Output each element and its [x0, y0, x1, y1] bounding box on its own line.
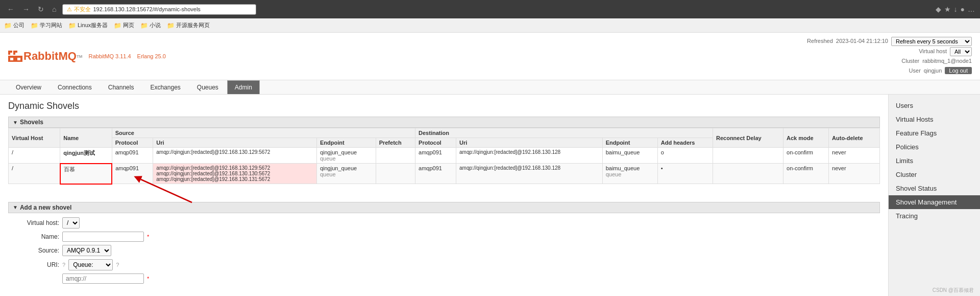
- logo-area: RabbitMQTM RabbitMQ 3.11.4 Erlang 25.0: [8, 50, 166, 63]
- folder-icon: 📁: [140, 22, 148, 29]
- refreshed-time: 2023-01-04 21:12:10: [836, 37, 888, 46]
- sidebar-item-shovel-management[interactable]: Shovel Management: [889, 195, 980, 209]
- row1-dst-uri: amqp://qingjun:[redacted]@192.168.130.12…: [456, 148, 603, 164]
- row2-reconnect-delay: [713, 164, 783, 184]
- th-src-uri: Uri: [153, 138, 317, 148]
- form-row-source: Source: AMQP 0.9.1 AMQP 1.0: [8, 245, 880, 256]
- sidebar-item-shovel-status[interactable]: Shovel Status: [889, 181, 980, 195]
- row1-vhost: /: [9, 148, 60, 164]
- queue-type-select[interactable]: Queue: Exchange:: [68, 259, 113, 270]
- app-header: RabbitMQTM RabbitMQ 3.11.4 Erlang 25.0 R…: [0, 33, 980, 80]
- row2-dst-add-headers: •: [657, 164, 713, 184]
- svg-rect-6: [17, 58, 20, 60]
- source-form-label: Source:: [8, 247, 59, 254]
- back-button[interactable]: ←: [5, 4, 16, 14]
- bookmark-novel[interactable]: 📁 小说: [140, 21, 161, 29]
- arrow-container: [8, 185, 880, 200]
- th-source: Source: [112, 128, 415, 138]
- main-content: Dynamic Shovels ▼ Shovels Virtual Host N…: [0, 95, 980, 296]
- form-row-uri: URI: ? Queue: Exchange: ?: [8, 259, 880, 270]
- rabbitmq-version: RabbitMQ 3.11.4: [88, 53, 131, 59]
- user-value: qingjun: [924, 66, 942, 76]
- sidebar: Users Virtual Hosts Feature Flags Polici…: [888, 95, 980, 296]
- name-form-input[interactable]: [62, 232, 144, 242]
- svg-rect-3: [10, 53, 12, 56]
- user-label: User: [909, 66, 921, 76]
- row2-dst-uri: amqp://qingjun:[redacted]@192.168.130.12…: [456, 164, 603, 184]
- th-name: Name: [60, 128, 112, 148]
- cluster-value: rabbitmq_1@node1: [922, 57, 972, 66]
- sidebar-item-cluster[interactable]: Cluster: [889, 168, 980, 181]
- bookmark-linux[interactable]: 📁 Linux服务器: [68, 21, 108, 29]
- row1-dst-protocol: amqp091: [415, 148, 456, 164]
- tab-exchanges[interactable]: Exchanges: [142, 80, 188, 94]
- required-star: *: [147, 234, 149, 240]
- row1-auto-delete: never: [829, 148, 880, 164]
- forward-button[interactable]: →: [20, 4, 32, 14]
- bookmark-company[interactable]: 📁 公司: [4, 21, 24, 29]
- warning-icon: ⚠: [67, 6, 72, 13]
- add-shovel-label: Add a new shovel: [20, 204, 71, 211]
- tab-channels[interactable]: Channels: [101, 80, 142, 94]
- th-src-prefetch: Prefetch: [376, 138, 415, 148]
- collapse-icon: ▼: [13, 120, 18, 125]
- row1-name: qingjun测试: [60, 148, 112, 164]
- logout-button[interactable]: Log out: [945, 67, 972, 74]
- url-bar[interactable]: ⚠ 不安全 192.168.130.128:15672/#/dynamic-sh…: [62, 4, 256, 15]
- bookmark-label: 学习网站: [40, 21, 62, 29]
- row2-ack-mode: on-confirm: [783, 164, 829, 184]
- sidebar-item-virtual-hosts[interactable]: Virtual Hosts: [889, 112, 980, 126]
- bookmark-label: 网页: [123, 21, 134, 29]
- home-button[interactable]: ⌂: [50, 4, 58, 14]
- collapse-icon: ▼: [13, 204, 18, 210]
- th-ack-mode: Ack mode: [783, 128, 829, 148]
- svg-rect-5: [10, 58, 13, 60]
- amqp-input[interactable]: [62, 274, 144, 284]
- sidebar-item-tracing[interactable]: Tracing: [889, 209, 980, 223]
- th-destination: Destination: [415, 128, 713, 138]
- shovels-section-header[interactable]: ▼ Shovels: [8, 117, 880, 128]
- row1-src-prefetch: [376, 148, 415, 164]
- svg-line-8: [141, 179, 192, 202]
- row1-src-uri: amqp://qingjun:[redacted]@192.168.130.12…: [153, 148, 317, 164]
- row2-name: 百慕: [60, 164, 112, 184]
- refresh-button[interactable]: ↻: [36, 4, 46, 14]
- th-src-protocol: Protocol: [112, 138, 153, 148]
- vhost-form-select[interactable]: /: [62, 217, 80, 229]
- queue-help-icon[interactable]: ?: [116, 262, 119, 268]
- menu-icon[interactable]: …: [968, 5, 975, 13]
- tab-overview[interactable]: Overview: [8, 80, 49, 94]
- tab-connections[interactable]: Connections: [50, 80, 100, 94]
- favorites-icon: ★: [944, 5, 951, 13]
- folder-icon: 📁: [4, 22, 12, 29]
- form-row-name: Name: *: [8, 232, 880, 242]
- bookmark-label: 开源服务网页: [176, 21, 210, 29]
- bookmark-opensource[interactable]: 📁 开源服务网页: [167, 21, 210, 29]
- row2-src-endpoint: qingjun_queuequeue: [316, 164, 376, 184]
- refresh-select[interactable]: Refresh every 5 seconds Refresh every 10…: [891, 37, 972, 46]
- row1-src-protocol: amqp091: [112, 148, 153, 164]
- bookmark-learning[interactable]: 📁 学习网站: [31, 21, 62, 29]
- bookmarks-bar: 📁 公司 📁 学习网站 📁 Linux服务器 📁 网页 📁 小说 📁 开源服务网…: [0, 18, 980, 33]
- sidebar-item-feature-flags[interactable]: Feature Flags: [889, 126, 980, 140]
- th-dst-endpoint: Endpoint: [602, 138, 657, 148]
- url-text: 192.168.130.128:15672/#/dynamic-shovels: [93, 6, 200, 12]
- vhost-select[interactable]: All /: [950, 47, 972, 56]
- tab-admin[interactable]: Admin: [227, 80, 260, 94]
- source-form-select[interactable]: AMQP 0.9.1 AMQP 1.0: [62, 245, 111, 256]
- th-dst-uri: Uri: [456, 138, 603, 148]
- folder-icon: 📁: [114, 22, 121, 29]
- uri-help-icon[interactable]: ?: [62, 262, 65, 268]
- browser-action-buttons: ◆ ★ ↓ ● …: [936, 5, 975, 13]
- bookmark-webpage[interactable]: 📁 网页: [114, 21, 134, 29]
- sidebar-item-limits[interactable]: Limits: [889, 154, 980, 168]
- row2-auto-delete: never: [829, 164, 880, 184]
- sidebar-item-policies[interactable]: Policies: [889, 140, 980, 154]
- add-shovel-form: Virtual host: / Name: * Source: AMQP 0.9…: [8, 213, 880, 284]
- tab-queues[interactable]: Queues: [189, 80, 226, 94]
- bookmark-label: 公司: [13, 21, 24, 29]
- th-virtual-host: Virtual Host: [9, 128, 60, 148]
- row2-dst-endpoint: baimu_queuequeue: [602, 164, 657, 184]
- sidebar-item-users[interactable]: Users: [889, 99, 980, 112]
- bookmark-label: 小说: [150, 21, 161, 29]
